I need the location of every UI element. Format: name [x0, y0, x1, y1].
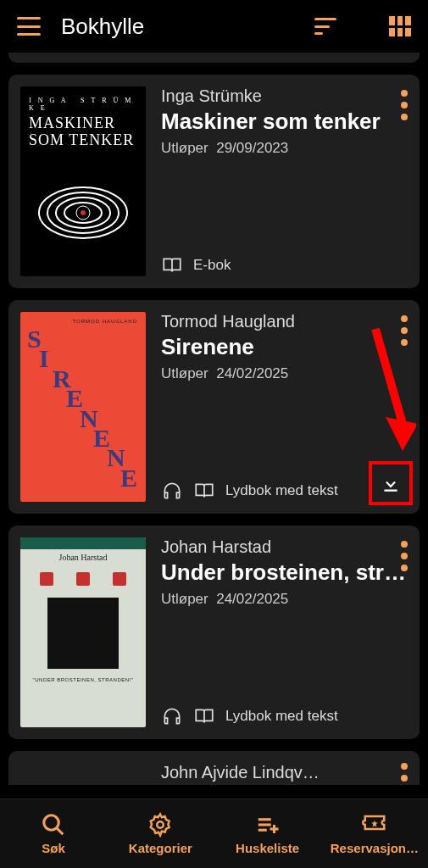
book-expiry: Utløper 24/02/2025	[161, 591, 408, 608]
svg-line-9	[57, 828, 64, 835]
headphones-icon	[161, 705, 183, 727]
book-expiry: Utløper 29/09/2023	[161, 140, 408, 157]
nav-reservations[interactable]: Reservasjon…	[321, 799, 428, 868]
book-card[interactable]: I N G A S T R Ü M K E MASKINER SOM TENKE…	[8, 75, 420, 288]
more-icon[interactable]	[401, 541, 408, 571]
svg-point-8	[44, 815, 59, 831]
book-card-partial[interactable]: John Ajvide Lindqv…	[8, 751, 420, 785]
grid-view-icon[interactable]	[389, 16, 411, 36]
book-author: John Ajvide Lindqv…	[161, 763, 408, 782]
book-author: Inga Strümke	[161, 86, 408, 106]
book-title: Maskiner som tenker	[161, 109, 408, 135]
more-icon[interactable]	[401, 315, 408, 346]
book-icon	[193, 480, 215, 502]
book-card[interactable]: TORMOD HAUGLAND SIRENENE Tormod Haugland…	[8, 300, 420, 514]
book-expiry: Utløper 24/02/2025	[161, 365, 408, 382]
book-card-partial-top	[8, 53, 420, 63]
book-title: Under brosteinen, str…	[161, 560, 408, 586]
svg-point-10	[158, 821, 164, 828]
book-cover: TORMOD HAUGLAND SIRENENE	[20, 312, 146, 502]
sort-icon[interactable]	[314, 18, 336, 35]
menu-icon[interactable]	[17, 17, 41, 36]
ticket-icon	[362, 812, 387, 837]
nav-wishlist[interactable]: Huskeliste	[214, 799, 321, 868]
book-author: Tormod Haugland	[161, 312, 408, 331]
book-title: Sirenene	[161, 335, 408, 360]
format-label: E-bok	[193, 257, 231, 274]
book-card[interactable]: Johan Harstad "UNDER BROSTEINEN, STRANDE…	[8, 526, 420, 739]
playlist-add-icon	[255, 812, 281, 837]
gear-icon	[147, 812, 173, 837]
headphones-icon	[161, 480, 183, 502]
bottom-nav: Søk Kategorier Huskeliste Reservasjon…	[0, 798, 428, 868]
book-cover: Johan Harstad "UNDER BROSTEINEN, STRANDE…	[20, 537, 146, 727]
nav-categories[interactable]: Kategorier	[107, 799, 214, 868]
book-author: Johan Harstad	[161, 537, 408, 557]
svg-point-5	[81, 210, 86, 215]
book-cover: I N G A S T R Ü M K E MASKINER SOM TENKE…	[20, 86, 146, 276]
nav-search[interactable]: Søk	[0, 799, 107, 868]
more-icon[interactable]	[401, 90, 408, 120]
download-button-highlighted[interactable]	[369, 461, 413, 505]
book-icon	[161, 254, 183, 276]
format-label: Lydbok med tekst	[225, 482, 338, 499]
book-icon	[193, 705, 215, 727]
page-title: Bokhylle	[61, 14, 294, 40]
format-label: Lydbok med tekst	[225, 708, 338, 725]
more-icon[interactable]	[401, 763, 408, 785]
search-icon	[41, 812, 66, 837]
